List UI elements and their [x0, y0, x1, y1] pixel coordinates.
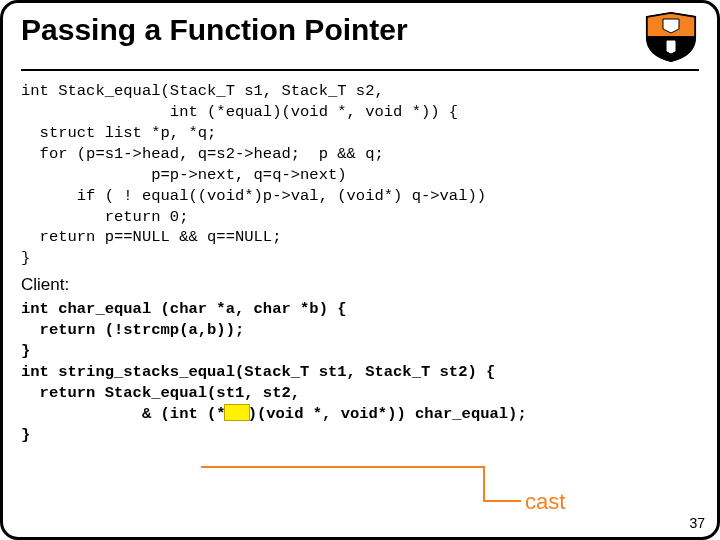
callout-to-label	[483, 500, 521, 502]
code-char-equal-l2: return (!strcmp(a,b));	[21, 320, 699, 341]
code-char-equal-l1: int char_equal (char *a, char *b) {	[21, 299, 699, 320]
callout-drop	[483, 466, 485, 500]
client-label: Client:	[21, 275, 699, 295]
code-sse-l1: int string_stacks_equal(Stack_T st1, Sta…	[21, 362, 699, 383]
cast-label: cast	[525, 489, 565, 515]
page-number: 37	[689, 515, 705, 531]
code-sse-closebrace: }	[21, 425, 699, 446]
callout-underline	[201, 466, 483, 468]
cast-line-row: & (int (*)(void *, void*)) char_equal);	[21, 404, 699, 425]
princeton-crest-icon	[643, 11, 699, 63]
cursor-highlight	[224, 404, 250, 421]
title-row: Passing a Function Pointer	[21, 11, 699, 71]
cast-line-a: & (int (*	[21, 405, 226, 423]
slide-title: Passing a Function Pointer	[21, 11, 631, 46]
code-sse-l2: return Stack_equal(st1, st2,	[21, 383, 699, 404]
code-block-stack-equal: int Stack_equal(Stack_T s1, Stack_T s2, …	[21, 81, 699, 269]
cast-line-b: )(void *, void*)) char_equal);	[248, 405, 527, 423]
slide: Passing a Function Pointer int Stack_equ…	[0, 0, 720, 540]
code-char-equal-l3: }	[21, 341, 699, 362]
